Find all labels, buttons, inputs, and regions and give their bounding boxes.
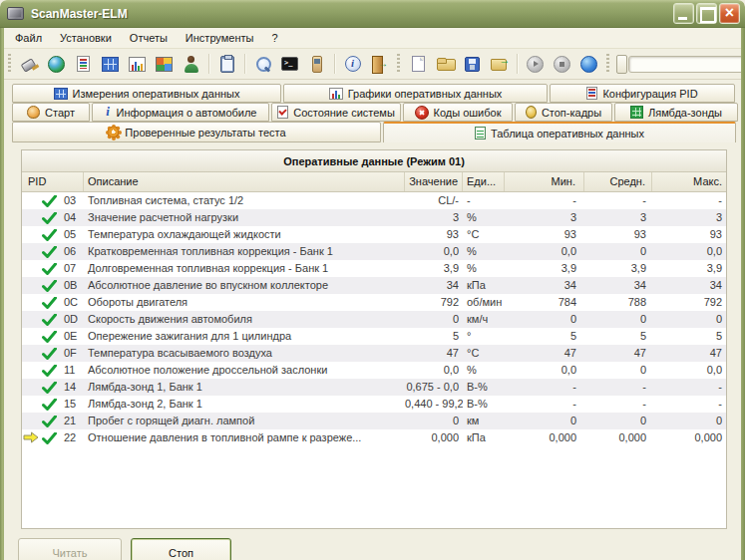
column-header-max[interactable]: Макс. (652, 172, 726, 191)
pid-cell: 07 (22, 260, 84, 277)
pid-code: 0F (64, 345, 77, 362)
search-monitor-icon (254, 56, 272, 73)
toolbar-separator (334, 54, 335, 74)
tab-lambda-sensors[interactable]: Лямбда-зонды (614, 103, 738, 122)
stop-button[interactable]: Стоп (131, 538, 231, 560)
terminal-button[interactable] (277, 52, 302, 76)
open-folder-button[interactable] (433, 52, 458, 76)
menu-item-settings[interactable]: Установки (51, 30, 121, 46)
toolbar-grip[interactable] (397, 54, 400, 74)
user-button[interactable] (179, 52, 203, 76)
globe-button[interactable] (44, 52, 69, 76)
column-header-value[interactable]: Значение (405, 172, 463, 191)
minimize-button[interactable] (673, 3, 694, 24)
tab-start[interactable]: Старт (12, 103, 90, 122)
new-file-button[interactable] (406, 52, 431, 76)
pid-row-07[interactable]: 07Долговременная топливная коррекция - Б… (22, 260, 726, 277)
menu-item-help[interactable]: ? (262, 30, 286, 46)
tab-row-1: Измерения оперативных данныхГрафики опер… (4, 84, 741, 103)
pid-code: 04 (64, 209, 76, 226)
tab-label: Старт (45, 107, 75, 119)
pid-row-0D[interactable]: 0DСкорость движения автомобиля0км/ч000 (22, 311, 726, 328)
tab-measurements[interactable]: Измерения оперативных данных (12, 84, 281, 103)
pid-cell: 22 (22, 429, 84, 446)
info-button[interactable] (340, 52, 365, 76)
pid-row-14[interactable]: 14Лямбда-зонд 1, Банк 10,675 - 0,0В-%--- (22, 379, 726, 396)
tab-label: Графики оперативных данных (348, 88, 503, 100)
user-icon (185, 56, 198, 73)
pid-row-03[interactable]: 03Топливная система, статус 1/2CL/----- (22, 192, 726, 209)
max-cell: 93 (652, 226, 726, 243)
tab-live-data-table[interactable]: Таблица оперативных данных (383, 122, 736, 142)
panel-title: Оперативные данные (Режим 01) (22, 150, 726, 172)
column-header-pid[interactable]: PID (22, 172, 84, 191)
toolbar-slider[interactable] (616, 55, 745, 74)
device-button[interactable] (304, 52, 329, 76)
tab-test-results[interactable]: Проверенные результаты теста (12, 122, 381, 142)
column-header-avg[interactable]: Средн. (584, 172, 652, 191)
pid-code: 03 (64, 192, 76, 209)
chart-icon (329, 88, 343, 100)
exit-door-button[interactable] (367, 52, 392, 76)
min-cell: - (505, 379, 584, 396)
tab-freeze-frames[interactable]: Стоп-кадры (515, 103, 612, 122)
clipboard-icon (220, 56, 234, 73)
pid-row-22[interactable]: 22Отношение давления в топливной рампе к… (22, 429, 726, 446)
connect-button[interactable] (17, 52, 42, 76)
grid-button[interactable] (98, 52, 123, 76)
maximize-button[interactable] (696, 3, 717, 24)
tab-label: Измерения оперативных данных (73, 88, 240, 100)
menu-item-file[interactable]: Файл (6, 30, 51, 46)
pid-row-0C[interactable]: 0CОбороты двигателя792об/мин784788792 (22, 294, 726, 311)
menu-item-tools[interactable]: Инструменты (177, 30, 263, 46)
ok-check-icon (42, 297, 57, 309)
column-header-desc[interactable]: Описание (84, 172, 405, 191)
play-button[interactable] (523, 52, 548, 76)
export-button[interactable] (487, 52, 512, 76)
search-monitor-button[interactable] (250, 52, 275, 76)
record-button[interactable] (576, 52, 601, 76)
slider-thumb[interactable] (616, 55, 627, 74)
save-button[interactable] (460, 52, 485, 76)
pid-row-05[interactable]: 05Температура охлаждающей жидкости93°C93… (22, 226, 726, 243)
pid-cell: 06 (22, 243, 84, 260)
read-button[interactable]: Читать (18, 538, 122, 560)
pid-cell: 0F (22, 345, 84, 362)
desc-cell: Отношение давления в топливной рампе к р… (84, 429, 405, 446)
menu-bar: ФайлУстановкиОтчетыИнструменты? (4, 28, 741, 49)
min-cell: 47 (505, 345, 584, 362)
stop-media-button[interactable] (550, 52, 574, 76)
column-header-unit[interactable]: Еди... (463, 172, 505, 191)
pid-row-11[interactable]: 11Абсолютное положение дроссельной засло… (22, 362, 726, 379)
grid-icon (54, 88, 68, 100)
tab-label: Коды ошибок (434, 107, 502, 119)
pid-row-21[interactable]: 21Пробег с горящей диагн. лампой0км000 (22, 413, 726, 429)
tab-pid-config[interactable]: Конфигурация PID (550, 84, 735, 103)
toolbar (4, 49, 741, 80)
settings-doc-icon (77, 56, 90, 72)
pid-row-0E[interactable]: 0EОпережение зажигания для 1 цилиндра5°5… (22, 328, 726, 345)
column-header-min[interactable]: Мин. (505, 172, 584, 191)
tab-error-codes[interactable]: Коды ошибок (403, 103, 513, 122)
settings-doc-button[interactable] (71, 52, 96, 76)
min-cell: - (505, 396, 584, 413)
unit-cell: кПа (463, 429, 505, 446)
toolbar-grip[interactable] (8, 54, 11, 74)
pid-row-0B[interactable]: 0BАбсолютное давление во впускном коллек… (22, 277, 726, 294)
clipboard-button[interactable] (214, 52, 239, 76)
dashboard-button[interactable] (152, 52, 177, 76)
tab-system-status[interactable]: Состояние системы (271, 103, 401, 122)
pid-row-06[interactable]: 06Кратковременная топливная коррекция - … (22, 243, 726, 260)
pid-row-0F[interactable]: 0FТемпература всасываемого воздуха47°C47… (22, 345, 726, 362)
avg-cell: 0 (584, 311, 652, 328)
chart-button[interactable] (125, 52, 150, 76)
pid-row-15[interactable]: 15Лямбда-зонд 2, Банк 10,440 - 99,2В-%--… (22, 396, 726, 413)
tab-vehicle-info[interactable]: Информация о автомобиле (92, 103, 269, 122)
min-cell: - (505, 192, 584, 209)
open-folder-icon (437, 57, 455, 71)
tab-graphs[interactable]: Графики оперативных данных (283, 84, 548, 103)
menu-item-reports[interactable]: Отчеты (121, 30, 177, 46)
pid-row-04[interactable]: 04Значение расчетной нагрузки3%333 (22, 209, 726, 226)
toolbar-grip[interactable] (606, 54, 609, 74)
close-button[interactable] (719, 3, 740, 24)
